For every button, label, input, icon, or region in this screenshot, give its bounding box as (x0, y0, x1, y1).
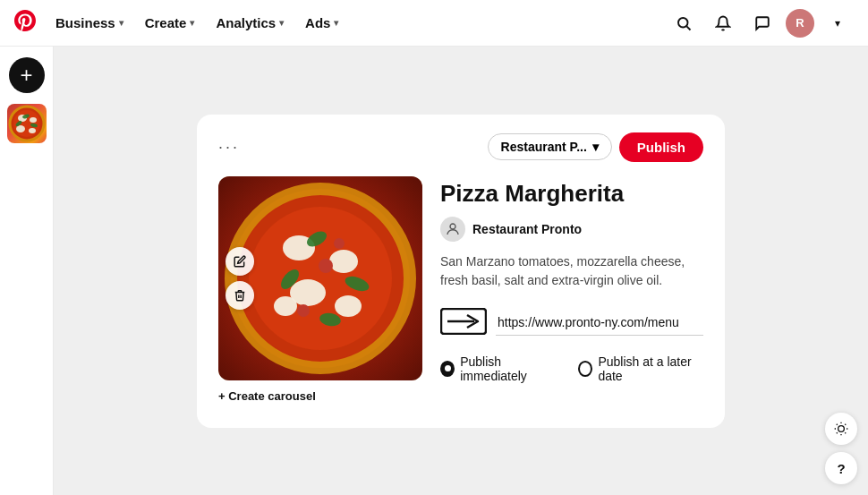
pinterest-logo[interactable] (14, 10, 36, 37)
help-icon: ? (837, 461, 845, 476)
svg-line-23 (845, 424, 846, 425)
create-chevron-icon: ▾ (190, 18, 194, 28)
svg-point-12 (450, 224, 455, 229)
create-carousel-label: + Create carousel (218, 389, 316, 403)
publish-button[interactable]: Publish (619, 132, 703, 162)
search-button[interactable] (668, 7, 700, 39)
publish-later-option[interactable]: Publish at a later date (578, 354, 703, 383)
analytics-chevron-icon: ▾ (279, 18, 284, 28)
sidebar: + (0, 47, 54, 495)
svg-line-19 (845, 432, 846, 433)
pin-thumbnail-image (7, 104, 47, 143)
ads-nav-item[interactable]: Ads ▾ (296, 10, 347, 36)
pin-image-section: + Create carousel (218, 176, 422, 403)
business-nav-item[interactable]: Business ▾ (47, 10, 132, 36)
card-controls: Restaurant P... ▾ Publish (488, 132, 703, 162)
edit-image-button[interactable] (226, 247, 254, 276)
author-avatar (440, 217, 465, 242)
svg-line-18 (837, 424, 838, 425)
create-label: Create (145, 15, 187, 30)
create-pin-button[interactable]: + (9, 57, 45, 93)
publish-later-radio[interactable] (578, 361, 592, 377)
svg-point-7 (29, 128, 36, 133)
more-options-button[interactable]: ··· (218, 138, 240, 157)
svg-point-5 (30, 117, 37, 123)
pin-creation-card: ··· Restaurant P... ▾ Publish (197, 115, 725, 428)
main-content: ··· Restaurant P... ▾ Publish (54, 47, 868, 495)
publish-immediately-label: Publish immediately (460, 354, 557, 383)
board-selector-button[interactable]: Restaurant P... ▾ (488, 133, 612, 160)
publish-immediately-option[interactable]: Publish immediately (440, 354, 557, 383)
url-arrow-icon (440, 308, 487, 338)
user-avatar[interactable]: R (786, 9, 814, 38)
notifications-button[interactable] (707, 7, 739, 39)
svg-line-22 (837, 432, 838, 433)
ads-chevron-icon: ▾ (334, 18, 338, 28)
account-chevron-icon: ▾ (835, 17, 840, 30)
analytics-label: Analytics (216, 15, 276, 30)
ads-label: Ads (305, 15, 330, 30)
card-body: + Create carousel Pizza Margherita Resta… (218, 176, 703, 403)
pin-info: Pizza Margherita Restaurant Pronto San M… (440, 176, 703, 403)
author-name: Restaurant Pronto (472, 222, 582, 236)
business-chevron-icon: ▾ (119, 18, 123, 28)
create-nav-item[interactable]: Create ▾ (136, 10, 204, 36)
publish-options: Publish immediately Publish at a later d… (440, 354, 703, 383)
publish-later-label: Publish at a later date (598, 354, 703, 383)
pin-description: San Marzano tomatoes, mozzarella cheese,… (440, 252, 703, 290)
nav-right-controls: R ▾ (668, 7, 854, 39)
recent-pin-thumbnail[interactable] (7, 104, 47, 143)
svg-point-6 (16, 125, 25, 132)
account-chevron-button[interactable]: ▾ (821, 7, 854, 39)
business-label: Business (55, 15, 115, 30)
board-selector-chevron-icon: ▾ (592, 140, 599, 154)
pin-title: Pizza Margherita (440, 180, 703, 208)
pin-image-container (218, 176, 422, 380)
svg-point-0 (678, 18, 688, 28)
create-carousel-button[interactable]: + Create carousel (218, 389, 422, 403)
analytics-nav-item[interactable]: Analytics ▾ (207, 10, 293, 36)
board-name-label: Restaurant P... (501, 140, 587, 154)
plus-icon: + (20, 64, 32, 86)
pin-author-row: Restaurant Pronto (440, 217, 703, 242)
svg-point-15 (838, 426, 845, 432)
messages-button[interactable] (746, 7, 779, 39)
delete-image-button[interactable] (226, 281, 254, 310)
publish-immediately-radio[interactable] (440, 361, 455, 377)
card-top-bar: ··· Restaurant P... ▾ Publish (218, 132, 703, 162)
svg-line-1 (686, 26, 690, 30)
url-row (440, 308, 703, 338)
destination-url-input[interactable] (496, 310, 703, 336)
bottom-right-icons: ? (825, 413, 857, 484)
help-button[interactable]: ? (825, 452, 857, 484)
image-action-buttons (226, 247, 254, 310)
top-navigation: Business ▾ Create ▾ Analytics ▾ Ads ▾ (0, 0, 868, 47)
inspiration-button[interactable] (825, 413, 857, 445)
